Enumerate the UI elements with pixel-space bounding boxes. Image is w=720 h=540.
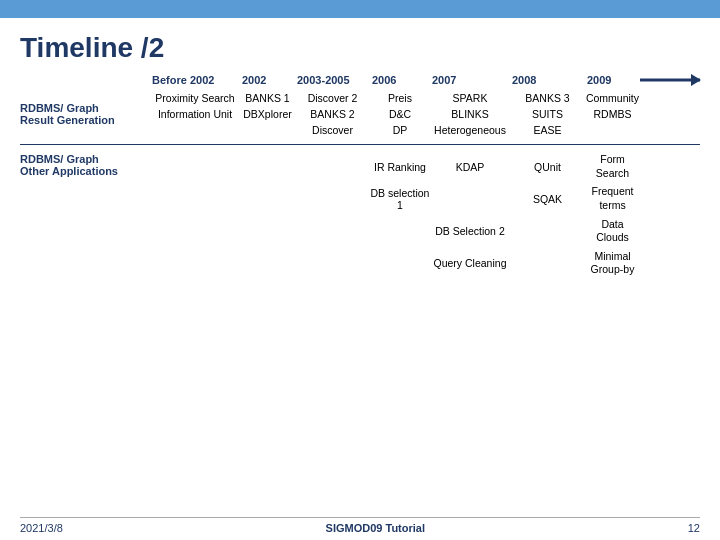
slide: Timeline /2 Before 2002 2002 2003-2005 2… [0,18,720,540]
br2-2008: SQAK [510,193,585,205]
r3-2007: Heterogeneous [430,124,510,136]
top-label-line2: Result Generation [20,114,150,126]
br3-2007: DB Selection 2 [430,225,510,237]
r3-2008: EASE [510,124,585,136]
year-2002: 2002 [240,74,295,86]
r3-2006: DP [370,124,430,136]
br1-2008: QUnit [510,161,585,173]
bottom-label-line2: Other Applications [20,165,150,177]
r1-2006: Preis [370,92,430,104]
r2-2003: BANKS 2 [295,108,370,120]
br1-2009: Form Search [585,153,640,180]
r2-2002: DBXplorer [240,108,295,120]
footer: 2021/3/8 SIGMOD09 Tutorial 12 [20,517,700,534]
r2-2008: SUITS [510,108,585,120]
r1-before: Proximity Search [150,92,240,104]
r1-2009: Community [585,92,640,104]
footer-title: SIGMOD09 Tutorial [326,522,425,534]
r2-2006: D&C [370,108,430,120]
footer-page: 12 [688,522,700,534]
br2-2006: DB selection 1 [370,187,430,211]
br4-2007: Query Cleaning [430,257,510,269]
year-2007: 2007 [430,74,510,86]
r2-2009: RDMBS [585,108,640,120]
br2-2009: Frequent terms [585,185,640,212]
br3-2009: Data Clouds [585,218,640,245]
footer-date: 2021/3/8 [20,522,63,534]
year-2009: 2009 [585,74,640,86]
year-2003-2005: 2003-2005 [295,74,370,86]
section-divider [20,144,700,145]
r2-2007: BLINKS [430,108,510,120]
r1-2008: BANKS 3 [510,92,585,104]
br1-2007: KDAP [430,161,510,173]
year-2008: 2008 [510,74,585,86]
year-2006: 2006 [370,74,430,86]
year-before2002: Before 2002 [150,74,240,86]
r3-2003: Discover [295,124,370,136]
r1-2003: Discover 2 [295,92,370,104]
top-bar [0,0,720,18]
r1-2002: BANKS 1 [240,92,295,104]
br4-2009: Minimal Group-by [585,250,640,277]
slide-title: Timeline /2 [20,32,700,64]
br1-2006: IR Ranking [370,161,430,173]
arrow-head [691,74,701,86]
top-label-line1: RDBMS/ Graph [20,102,150,114]
r2-before: Information Unit [150,108,240,120]
bottom-label-line1: RDBMS/ Graph [20,153,150,165]
r1-2007: SPARK [430,92,510,104]
